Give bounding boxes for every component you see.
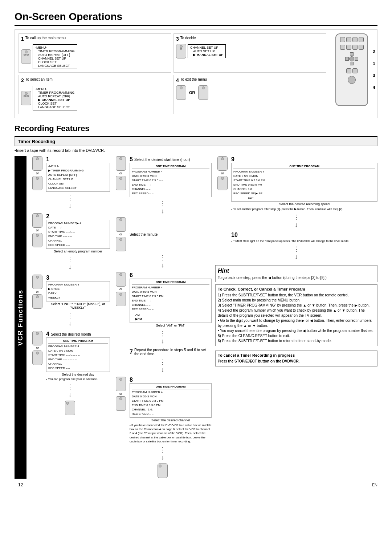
remote-btn-row-3 xyxy=(180,48,182,50)
r-btn-8 xyxy=(359,45,364,50)
page-title: On-Screen Operations xyxy=(15,11,377,26)
menu-l2-line5: CHANNEL – – xyxy=(48,239,108,243)
menu-title-1: -MENU- xyxy=(35,46,75,49)
r-c-l2a xyxy=(36,214,39,217)
on-screen-grid: 1 To call up the main menu -MENU- TIMER … xyxy=(19,33,326,114)
remote-btn-row-1 xyxy=(24,54,29,56)
menu-l3-line1: PROGRAM NUMBER 4 xyxy=(48,283,108,287)
menu-r9-line6: REC SPEED:SP ▶ SP xyxy=(233,191,375,196)
step-num-l3: 3 xyxy=(46,275,110,281)
menu-m5-line4: END TIME – –:– – – – xyxy=(132,183,209,187)
check-step-5: 5) Press the CLEAR/C.RESET button to exi… xyxy=(218,333,375,339)
menu-item-1-3: CHANNEL SET UP xyxy=(35,57,75,60)
left-steps-column: or 1 -MENU- ▶ TIMER PROGRAMMING AUTO REP… xyxy=(30,156,110,479)
menu-item-2-3: ▶ CHANNEL SET UP xyxy=(35,98,75,102)
mini-remote-l4c xyxy=(65,401,75,415)
caption-l3: Select "ONCE", "DAILY" (Mon-Fri), or "WE… xyxy=(46,302,110,309)
note-r10: • TIMER REC light on the front panel app… xyxy=(231,239,377,243)
vcr-sidebar: VCR Functions xyxy=(15,156,26,479)
menu-r9-line4: END TIME 0 8:3 0 PM xyxy=(233,183,375,187)
mini-remote-4a xyxy=(176,85,186,100)
or-m5b: or xyxy=(119,232,122,236)
menu-m6-line2: DATE 0 5/0 3 MON xyxy=(132,290,209,294)
menu-m8-line3: START TIME 0 7:3 0 PM xyxy=(132,399,209,403)
mini-remote-m5b xyxy=(116,176,126,190)
mini-remote-m6a xyxy=(116,272,126,287)
r-c-m8b xyxy=(119,397,122,400)
menu-r9-line2: DATE 0 5/0 3 MON xyxy=(233,174,375,178)
mini-remote-1 xyxy=(21,49,31,64)
remote-circle-1 xyxy=(25,50,28,53)
mini-remote-r9b xyxy=(217,176,228,190)
menu-m6-line3: START TIME 0 7:3 0 PM xyxy=(132,294,209,299)
check-step-6: 6) Press the SUBTITLE/T-SET button to re… xyxy=(218,339,375,344)
menu-r9-line7: SLP xyxy=(233,196,375,200)
mini-remote-r9a xyxy=(217,156,228,171)
remote-image-area: 2 1 3 4 xyxy=(330,33,373,114)
step-num-r10: 10 xyxy=(231,232,377,238)
or-m5: or xyxy=(119,171,122,175)
side-label-4: 4 xyxy=(373,85,375,90)
check-step-4: 4) Select the program number which you w… xyxy=(218,308,375,318)
menu-box-3: CHANNEL SET UP AUTO SET UP ▶ MANUAL SET … xyxy=(188,44,226,58)
dpad-left xyxy=(345,57,349,61)
r-c-r9b xyxy=(221,177,224,180)
note-m8: • If you have connected the DVD/VCR to a… xyxy=(130,423,212,443)
menu-box-2: -MENU- TIMER PROGRAMMING AUTO REPEAT [OF… xyxy=(33,86,77,110)
dpad-center xyxy=(349,56,354,61)
menu-l4: ONE TIME PROGRAM PROGRAM NUMBER 4 DATE 0… xyxy=(46,337,110,372)
menu-m6-title: ONE TIME PROGRAM xyxy=(132,280,209,285)
menu-item-1-2: AUTO REPEAT [OFF] xyxy=(35,53,75,57)
mini-remote-l2a xyxy=(32,213,42,228)
r-btn-10 xyxy=(352,68,358,73)
menu-m5-line1: PROGRAM NUMBER 4 xyxy=(132,170,209,174)
step-num-m7: 7 xyxy=(130,349,133,355)
arrow-m6: ⋮↓ xyxy=(114,329,212,345)
mini-remote-3 xyxy=(176,44,186,58)
mini-remote-m8c xyxy=(158,463,168,478)
r-btn-7 xyxy=(352,45,358,50)
mini-remote-4b xyxy=(198,85,208,100)
check-step-4b: • You may cancel the entire program by p… xyxy=(218,328,375,333)
menu-l1-line5: CLOCK SET xyxy=(48,182,108,186)
caption-l2: Select an empty program number xyxy=(46,250,110,253)
menu-item-2-1: TIMER PROGRAMMING xyxy=(35,91,75,94)
r-btn-2 xyxy=(346,37,351,42)
arrow-m8: ⋮↓ xyxy=(114,446,212,461)
r-c-l1b xyxy=(36,177,39,180)
hint-title: Hint xyxy=(218,268,375,274)
menu-r9-line1: PROGRAM NUMBER 4 xyxy=(233,170,375,174)
menu-item-3-2: ▶ MANUAL SET UP xyxy=(190,53,223,57)
hint-box: Hint To go back one step, press the ◀ bu… xyxy=(215,265,377,282)
mini-remote-l1a xyxy=(32,156,42,171)
caption-l4a: Select the desired day xyxy=(46,373,110,376)
r-c-l4a xyxy=(36,332,39,335)
arrow-r10: ⋮↓ xyxy=(215,245,377,261)
on-screen-step-3: 3 To decide CHANNEL SET UP AUTO SET UP ▶… xyxy=(173,33,326,73)
step-num-r9: 9 xyxy=(231,156,377,163)
recording-section: Timer Recording •Insert a tape with its … xyxy=(15,136,377,479)
menu-l1: -MENU- ▶ TIMER PROGRAMMING AUTO REPEAT [… xyxy=(46,163,110,192)
menu-m8-line2: DATE 0 5/0 3 MON xyxy=(132,394,209,399)
mini-remote-m5c xyxy=(116,217,126,232)
menu-m8-title: ONE TIME PROGRAM xyxy=(132,385,209,389)
r-c-r9a xyxy=(221,157,224,160)
menu-l3-line4: WEEKLY xyxy=(48,296,108,300)
or-l1: or xyxy=(36,171,39,175)
step-label-3: To decide xyxy=(180,36,196,40)
menu-r9-title: ONE TIME PROGRAM xyxy=(233,164,375,169)
check-text: 1) Press the SUBTITLE/T-SET button then,… xyxy=(218,293,375,344)
step-label-l4: Select the desired month xyxy=(51,332,91,336)
step-label-m5: Select the desired start time (hour) xyxy=(134,158,190,162)
menu-item-1-4: CLOCK SET xyxy=(35,60,75,64)
menu-item-2-4: CLOCK SET xyxy=(35,102,75,105)
remote-group-1: -MENU- TIMER PROGRAMMING AUTO REPEAT [OF… xyxy=(21,43,169,70)
remote-circle-3 xyxy=(180,45,183,48)
remote-circle-4b xyxy=(202,86,205,89)
remote-circle-4a xyxy=(180,86,183,89)
mini-remote-m8a xyxy=(116,377,126,391)
or-text-4: OR xyxy=(189,90,195,95)
menu-m5-line3: START TIME 0 7:3 0:– – xyxy=(132,178,209,183)
arrow-l3: ⋮↓ xyxy=(30,312,110,327)
menu-box-1: -MENU- TIMER PROGRAMMING AUTO REPEAT [OF… xyxy=(33,44,77,69)
